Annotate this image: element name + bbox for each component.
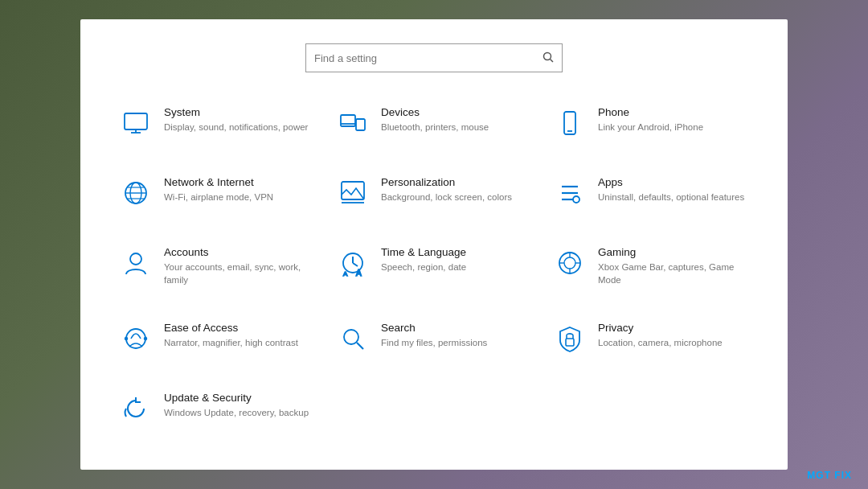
setting-item-network[interactable]: Network & Internet Wi-Fi, airplane mode,…: [113, 166, 321, 230]
svg-text:A: A: [356, 269, 362, 277]
setting-subtitle-search: Find my files, permissions: [381, 336, 487, 349]
setting-subtitle-update: Windows Update, recovery, backup: [164, 406, 309, 419]
setting-item-time[interactable]: AA Time & Language Speech, region, date: [330, 236, 538, 306]
setting-text-personalization: Personalization Background, lock screen,…: [381, 176, 512, 203]
svg-point-36: [344, 330, 358, 344]
phone-icon: [553, 106, 587, 140]
setting-text-system: System Display, sound, notifications, po…: [164, 106, 308, 134]
svg-text:A: A: [343, 270, 348, 277]
setting-subtitle-devices: Bluetooth, printers, mouse: [381, 121, 489, 134]
setting-item-apps[interactable]: Apps Uninstall, defaults, optional featu…: [547, 166, 755, 230]
setting-subtitle-system: Display, sound, notifications, power: [164, 121, 308, 134]
svg-line-24: [353, 263, 358, 266]
setting-subtitle-privacy: Location, camera, microphone: [598, 336, 723, 349]
setting-item-gaming[interactable]: Gaming Xbox Game Bar, captures, Game Mod…: [547, 236, 755, 306]
setting-text-phone: Phone Link your Android, iPhone: [598, 106, 703, 134]
setting-item-devices[interactable]: Devices Bluetooth, printers, mouse: [330, 97, 538, 160]
setting-subtitle-gaming: Xbox Game Bar, captures, Game Mode: [598, 261, 749, 286]
gaming-icon: [553, 246, 587, 280]
system-icon: [119, 106, 153, 140]
setting-title-network: Network & Internet: [164, 176, 273, 188]
setting-title-privacy: Privacy: [598, 322, 723, 334]
settings-window: System Display, sound, notifications, po…: [80, 19, 788, 470]
svg-point-34: [125, 338, 128, 340]
setting-text-network: Network & Internet Wi-Fi, airplane mode,…: [164, 176, 273, 203]
time-icon: AA: [336, 246, 370, 280]
setting-subtitle-accounts: Your accounts, email, sync, work, family: [164, 261, 315, 286]
setting-text-accounts: Accounts Your accounts, email, sync, wor…: [164, 246, 315, 286]
setting-subtitle-apps: Uninstall, defaults, optional features: [598, 191, 744, 203]
setting-title-personalization: Personalization: [381, 176, 512, 188]
setting-title-time: Time & Language: [381, 246, 466, 258]
network-icon: [119, 176, 153, 210]
privacy-icon: [553, 322, 587, 355]
search-bar[interactable]: [305, 43, 563, 72]
setting-title-search: Search: [381, 322, 487, 334]
setting-text-gaming: Gaming Xbox Game Bar, captures, Game Mod…: [598, 246, 749, 286]
svg-point-35: [145, 338, 147, 340]
setting-item-personalization[interactable]: Personalization Background, lock screen,…: [330, 166, 538, 230]
setting-text-ease: Ease of Access Narrator, magnifier, high…: [164, 322, 298, 349]
setting-subtitle-personalization: Background, lock screen, colors: [381, 191, 512, 203]
setting-subtitle-network: Wi-Fi, airplane mode, VPN: [164, 191, 273, 203]
svg-point-0: [544, 52, 551, 60]
svg-rect-2: [125, 113, 147, 129]
search-bar-container: [113, 43, 755, 72]
setting-title-devices: Devices: [381, 106, 489, 118]
search-icon: [336, 322, 370, 355]
setting-text-privacy: Privacy Location, camera, microphone: [598, 322, 723, 349]
setting-item-system[interactable]: System Display, sound, notifications, po…: [113, 97, 321, 160]
setting-item-update[interactable]: Update & Security Windows Update, recove…: [113, 382, 321, 446]
setting-title-update: Update & Security: [164, 392, 309, 404]
setting-subtitle-time: Speech, region, date: [381, 261, 466, 273]
svg-point-33: [126, 329, 145, 348]
personalization-icon: [336, 176, 370, 210]
setting-item-privacy[interactable]: Privacy Location, camera, microphone: [547, 312, 755, 376]
setting-item-search[interactable]: Search Find my files, permissions: [330, 312, 538, 376]
setting-text-apps: Apps Uninstall, defaults, optional featu…: [598, 176, 744, 203]
setting-item-phone[interactable]: Phone Link your Android, iPhone: [547, 97, 755, 160]
svg-point-21: [130, 253, 141, 265]
setting-title-system: System: [164, 106, 308, 118]
accounts-icon: [119, 246, 153, 280]
svg-rect-38: [566, 339, 574, 346]
setting-text-time: Time & Language Speech, region, date: [381, 246, 466, 273]
search-input[interactable]: [314, 52, 542, 64]
setting-title-gaming: Gaming: [598, 246, 749, 258]
svg-point-28: [564, 257, 575, 269]
watermark: MGT FIX: [807, 470, 852, 481]
setting-title-apps: Apps: [598, 176, 744, 188]
setting-title-accounts: Accounts: [164, 246, 315, 258]
setting-item-accounts[interactable]: Accounts Your accounts, email, sync, wor…: [113, 236, 321, 306]
svg-rect-6: [356, 119, 365, 130]
svg-line-37: [357, 343, 363, 349]
setting-text-devices: Devices Bluetooth, printers, mouse: [381, 106, 489, 134]
setting-title-phone: Phone: [598, 106, 703, 118]
setting-subtitle-ease: Narrator, magnifier, high contrast: [164, 336, 298, 349]
devices-icon: [336, 106, 370, 140]
setting-text-search: Search Find my files, permissions: [381, 322, 487, 349]
ease-icon: [119, 322, 153, 355]
settings-grid: System Display, sound, notifications, po…: [113, 97, 755, 446]
setting-text-update: Update & Security Windows Update, recove…: [164, 392, 309, 419]
search-icon: [542, 51, 554, 65]
setting-item-ease[interactable]: Ease of Access Narrator, magnifier, high…: [113, 312, 321, 376]
setting-subtitle-phone: Link your Android, iPhone: [598, 121, 703, 134]
svg-point-20: [573, 196, 579, 203]
apps-icon: [553, 176, 587, 210]
update-icon: [119, 392, 153, 425]
setting-title-ease: Ease of Access: [164, 322, 298, 334]
svg-line-1: [551, 59, 554, 62]
